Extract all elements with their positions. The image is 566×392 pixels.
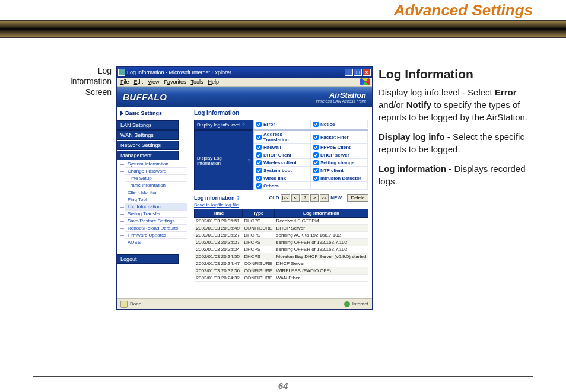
help-icon[interactable]: ? bbox=[242, 122, 245, 128]
checkbox-label: System boot bbox=[263, 168, 292, 173]
sidebar-item-traffic-information[interactable]: Traffic Information bbox=[125, 182, 187, 189]
checkbox-dhcp-server[interactable] bbox=[313, 152, 319, 158]
menu-file[interactable]: File bbox=[120, 79, 129, 85]
checkbox-wired-link[interactable] bbox=[256, 176, 262, 181]
table-row: 2002/01/03 20:35:49CONFIGUREDHCP Server bbox=[195, 225, 368, 232]
minimize-button[interactable]: _ bbox=[345, 69, 353, 76]
col-type: Type bbox=[242, 209, 274, 218]
table-row: 2002/01/03 20:35:27DHCPSsending ACK to 1… bbox=[195, 232, 368, 239]
checkbox-wireless-client[interactable] bbox=[256, 160, 262, 165]
help-icon[interactable]: ? bbox=[247, 158, 250, 163]
checkbox-pppoe-client[interactable] bbox=[313, 145, 319, 150]
status-done: Done bbox=[130, 301, 141, 307]
sidebar-item-ping-tool[interactable]: Ping Tool bbox=[125, 196, 187, 203]
checkbox-dhcp-client[interactable] bbox=[256, 152, 262, 158]
nav-wan[interactable]: WAN Settings bbox=[117, 130, 179, 140]
top-band bbox=[0, 20, 566, 38]
sidebar-item-aoss[interactable]: AOSS bbox=[125, 239, 187, 246]
info-label: Display Log Information? bbox=[194, 130, 253, 190]
checkbox-intrusion-detector[interactable] bbox=[313, 176, 319, 181]
checkbox-setting-change[interactable] bbox=[313, 160, 319, 165]
nav-lan[interactable]: LAN Settings bbox=[117, 120, 179, 130]
left-nav: Basic Settings LAN Settings WAN Settings… bbox=[117, 107, 187, 298]
level-label: Display log info level? bbox=[194, 120, 253, 130]
checkbox-label: Address Translation bbox=[263, 132, 308, 142]
sidebar-item-reboot-reload-defaults[interactable]: Reboot/Reload Defaults bbox=[125, 225, 187, 232]
sidebar-item-log-information[interactable]: Log Information bbox=[125, 203, 187, 211]
explain-p1: Display log info level - Select Error an… bbox=[379, 86, 534, 123]
pager-first[interactable]: |<< bbox=[281, 194, 290, 202]
checkbox-ntp-client[interactable] bbox=[313, 168, 319, 173]
table-row: 2002/01/03 20:34:55DHCPSMoreton Bay DHCP… bbox=[195, 253, 368, 260]
checkbox-address-translation[interactable] bbox=[256, 135, 262, 140]
menu-tools[interactable]: Tools bbox=[190, 79, 203, 85]
airstation-logo: AirStation Wireless LAN Access Point bbox=[316, 91, 366, 103]
nav-network[interactable]: Network Settings bbox=[117, 141, 179, 150]
checkbox-label: Packet Filter bbox=[320, 135, 349, 140]
checkbox-error[interactable] bbox=[256, 122, 262, 127]
status-zone: Internet bbox=[352, 301, 368, 307]
table-row: 2002/01/03 20:32:36CONFIGUREWIRELESS (RA… bbox=[195, 267, 368, 275]
basic-settings-link[interactable]: Basic Settings bbox=[117, 107, 187, 119]
sidebar-item-syslog-transfer[interactable]: Syslog Transfer bbox=[125, 211, 187, 218]
table-row: 2002/01/03 20:35:24DHCPSsending OFFER of… bbox=[195, 246, 368, 253]
pager: OLD |<< < ? > >>| NEW Delete bbox=[269, 194, 368, 202]
checkbox-system-boot[interactable] bbox=[256, 168, 262, 173]
nav-logout[interactable]: Logout bbox=[117, 254, 179, 264]
delete-button[interactable]: Delete bbox=[347, 194, 368, 202]
section-title: Advanced Settings bbox=[394, 1, 533, 20]
table-row: 2002/01/03 20:35:27DHCPSsending OFFER of… bbox=[195, 239, 368, 246]
bottom-separator bbox=[33, 374, 533, 376]
brand-bar: BUFFALO AirStation Wireless LAN Access P… bbox=[117, 87, 372, 107]
sidebar-item-system-information[interactable]: System Information bbox=[125, 161, 187, 168]
pager-prev[interactable]: < bbox=[291, 194, 300, 202]
log-table: TimeTypeLog information 2002/01/03 20:35… bbox=[194, 209, 368, 282]
save-logfile-link[interactable]: Save in logfile.log file bbox=[194, 202, 239, 208]
status-bar: Done Internet bbox=[117, 298, 372, 309]
windows-flag-icon bbox=[360, 78, 370, 85]
titlebar: Log Information - Microsoft Internet Exp… bbox=[117, 67, 372, 78]
loginfo-label: Log information? bbox=[194, 195, 240, 201]
page-number: 64 bbox=[0, 381, 566, 391]
sidebar-item-client-monitor[interactable]: Client Monitor bbox=[125, 189, 187, 196]
close-button[interactable]: X bbox=[363, 69, 371, 76]
checkbox-label: Firewall bbox=[263, 145, 281, 150]
col-time: Time bbox=[195, 209, 243, 218]
menu-view[interactable]: View bbox=[148, 79, 159, 85]
help-icon[interactable]: ? bbox=[237, 195, 240, 201]
checkbox-notice[interactable] bbox=[313, 122, 319, 127]
menu-favorites[interactable]: Favorites bbox=[164, 79, 186, 85]
checkbox-label: Intrusion Detector bbox=[320, 176, 361, 181]
pager-new: NEW bbox=[330, 195, 342, 200]
checkbox-packet-filter[interactable] bbox=[313, 135, 319, 140]
checkbox-label: PPPoE Client bbox=[320, 145, 351, 150]
col-log-information: Log information bbox=[275, 209, 368, 218]
pager-page[interactable]: ? bbox=[301, 194, 309, 202]
screenshot-caption: Log Information Screen bbox=[57, 65, 112, 98]
explain-heading: Log Information bbox=[379, 65, 534, 82]
window-title: Log Information - Microsoft Internet Exp… bbox=[127, 69, 231, 75]
menu-edit[interactable]: Edit bbox=[134, 79, 144, 85]
page-title: Log Information bbox=[194, 110, 368, 116]
nav-management[interactable]: Management bbox=[117, 151, 179, 160]
explain-p2: Display log info - Select the specific r… bbox=[379, 130, 534, 155]
sidebar-item-save-restore-settings[interactable]: Save/Restore Settings bbox=[125, 218, 187, 225]
brand-logo: BUFFALO bbox=[123, 92, 167, 102]
sidebar-item-change-password[interactable]: Change Password bbox=[125, 168, 187, 175]
checkbox-others[interactable] bbox=[256, 183, 262, 189]
checkbox-firewall[interactable] bbox=[256, 145, 262, 150]
pager-last[interactable]: >>| bbox=[320, 194, 329, 202]
app-icon bbox=[118, 69, 125, 76]
checkbox-label: Error bbox=[263, 122, 275, 127]
sidebar-item-time-setup[interactable]: Time Setup bbox=[125, 175, 187, 182]
checkbox-label: Wired link bbox=[263, 176, 286, 181]
menu-help[interactable]: Help bbox=[208, 79, 219, 85]
pager-next[interactable]: > bbox=[310, 194, 319, 202]
maximize-button[interactable]: □ bbox=[354, 69, 362, 76]
menubar: File Edit View Favorites Tools Help bbox=[117, 78, 372, 87]
main-panel: Log Information Display log info level? … bbox=[187, 107, 372, 298]
checkbox-label: Others bbox=[263, 183, 279, 189]
checkbox-label: NTP client bbox=[320, 168, 344, 173]
sidebar-item-firmware-updates[interactable]: Firmware Updates bbox=[125, 232, 187, 239]
pager-old: OLD bbox=[269, 195, 280, 200]
